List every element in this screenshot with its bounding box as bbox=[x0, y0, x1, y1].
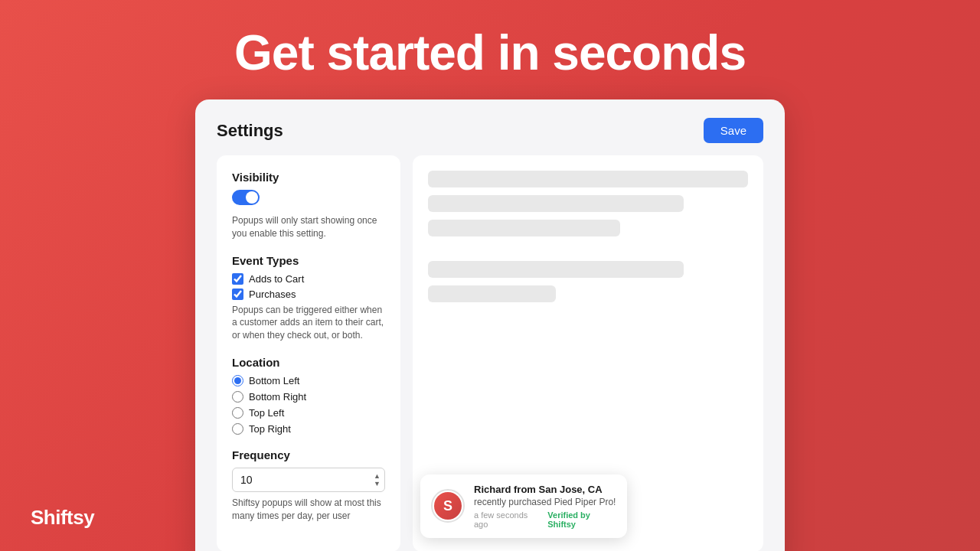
skeleton-bar-2 bbox=[428, 195, 684, 212]
checkbox-purchases-label: Purchases bbox=[249, 289, 296, 300]
skeleton-bar-4 bbox=[428, 261, 684, 278]
popup-text: Richard from San Jose, CA recently purch… bbox=[474, 484, 616, 529]
radio-bottom-left-input[interactable] bbox=[232, 375, 243, 386]
radio-top-left-input[interactable] bbox=[232, 407, 243, 419]
spinner-down-icon[interactable]: ▼ bbox=[374, 480, 381, 487]
settings-title: Settings bbox=[217, 121, 283, 141]
radio-top-right-input[interactable] bbox=[232, 423, 243, 435]
popup-name: Richard from San Jose, CA bbox=[474, 484, 616, 495]
radio-top-right[interactable]: Top Right bbox=[232, 423, 385, 435]
left-panel: Visibility Popups will only start showin… bbox=[217, 155, 400, 551]
location-heading: Location bbox=[232, 356, 385, 369]
event-types-section: Event Types Adds to Cart Purchases Popup… bbox=[232, 254, 385, 342]
visibility-toggle[interactable] bbox=[232, 190, 260, 205]
visibility-heading: Visibility bbox=[232, 171, 385, 184]
location-section: Location Bottom Left Bottom Right Top Le… bbox=[232, 356, 385, 435]
checkbox-purchases[interactable]: Purchases bbox=[232, 289, 385, 300]
visibility-section: Visibility Popups will only start showin… bbox=[232, 171, 385, 240]
radio-bottom-right-label: Bottom Right bbox=[249, 391, 306, 403]
right-panel: S Richard from San Jose, CA recently pur… bbox=[413, 155, 763, 551]
frequency-input[interactable] bbox=[232, 468, 385, 492]
radio-bottom-left[interactable]: Bottom Left bbox=[232, 375, 385, 386]
skeleton-bar-3 bbox=[428, 220, 620, 236]
checkbox-adds-to-cart-input[interactable] bbox=[232, 273, 243, 285]
frequency-heading: Frequency bbox=[232, 448, 385, 461]
popup-verified: Verified by Shiftsy bbox=[547, 510, 616, 529]
frequency-spinner[interactable]: ▲ ▼ bbox=[374, 472, 381, 487]
event-types-heading: Event Types bbox=[232, 254, 385, 267]
frequency-section: Frequency ▲ ▼ Shiftsy popups will show a… bbox=[232, 448, 385, 523]
visibility-toggle-container bbox=[232, 190, 385, 208]
shiftsy-logo: Shiftsy bbox=[31, 506, 94, 530]
save-button[interactable]: Save bbox=[704, 118, 763, 143]
settings-header: Settings Save bbox=[217, 118, 763, 143]
skeleton-spacer bbox=[428, 244, 748, 253]
popup-notification: S Richard from San Jose, CA recently pur… bbox=[420, 474, 627, 538]
popup-action: recently purchased Pied Piper Pro! bbox=[474, 497, 616, 507]
skeleton-bar-5 bbox=[428, 285, 556, 302]
popup-avatar-letter: S bbox=[434, 492, 462, 520]
visibility-description: Popups will only start showing once you … bbox=[232, 214, 385, 240]
radio-bottom-right[interactable]: Bottom Right bbox=[232, 391, 385, 403]
radio-bottom-left-label: Bottom Left bbox=[249, 375, 299, 386]
event-types-description: Popups can be triggered either when a cu… bbox=[232, 304, 385, 342]
radio-bottom-right-input[interactable] bbox=[232, 391, 243, 403]
popup-footer: a few seconds ago Verified by Shiftsy bbox=[474, 510, 616, 529]
popup-time: a few seconds ago bbox=[474, 510, 540, 529]
popup-avatar: S bbox=[431, 489, 465, 523]
radio-top-right-label: Top Right bbox=[249, 423, 291, 435]
radio-top-left-label: Top Left bbox=[249, 407, 284, 419]
settings-card: Settings Save Visibility Popups will onl… bbox=[195, 99, 785, 551]
frequency-description: Shiftsy popups will show at most this ma… bbox=[232, 497, 385, 523]
checkbox-purchases-input[interactable] bbox=[232, 289, 243, 300]
checkbox-adds-to-cart-label: Adds to Cart bbox=[249, 273, 304, 285]
radio-top-left[interactable]: Top Left bbox=[232, 407, 385, 419]
spinner-up-icon[interactable]: ▲ bbox=[374, 472, 381, 479]
frequency-input-wrapper: ▲ ▼ bbox=[232, 468, 385, 492]
settings-body: Visibility Popups will only start showin… bbox=[217, 155, 763, 551]
page-title: Get started in seconds bbox=[234, 24, 746, 81]
checkbox-adds-to-cart[interactable]: Adds to Cart bbox=[232, 273, 385, 285]
skeleton-bar-1 bbox=[428, 171, 748, 187]
